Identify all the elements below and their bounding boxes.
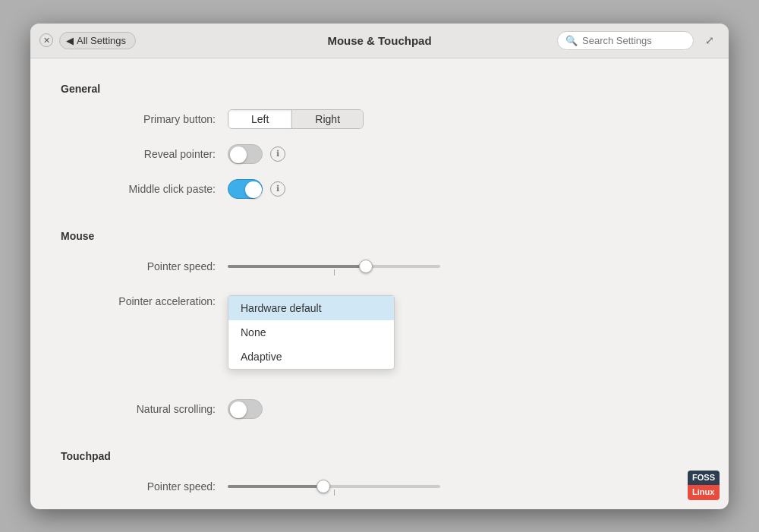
- primary-button-control: Left Right: [228, 109, 698, 129]
- pointer-acceleration-dropdown-menu[interactable]: Hardware default None Adaptive: [228, 295, 395, 370]
- natural-scrolling-toggle[interactable]: [228, 399, 263, 419]
- mouse-speed-tick: [334, 269, 335, 275]
- all-settings-label: All Settings: [77, 35, 126, 46]
- reveal-pointer-label: Reveal pointer:: [61, 148, 228, 160]
- mouse-pointer-speed-control: [228, 265, 698, 268]
- middle-click-paste-label: Middle click paste:: [61, 183, 228, 195]
- touchpad-pointer-speed-control: [228, 485, 698, 488]
- primary-button-group: Left Right: [228, 109, 364, 129]
- touchpad-speed-fill: [228, 485, 323, 488]
- mouse-speed-fill: [228, 265, 366, 268]
- general-section-header: General: [61, 83, 698, 95]
- back-icon: ◀: [66, 35, 74, 46]
- titlebar-left: ✕ ◀ All Settings: [39, 32, 136, 49]
- close-button[interactable]: ✕: [39, 33, 53, 47]
- middle-click-paste-toggle[interactable]: [228, 179, 263, 199]
- middle-click-paste-info-icon[interactable]: ℹ: [270, 181, 285, 197]
- natural-scrolling-row: Natural scrolling:: [61, 397, 698, 421]
- natural-scrolling-control: [228, 399, 698, 419]
- search-box[interactable]: 🔍: [557, 31, 694, 50]
- reveal-pointer-control: ℹ: [228, 144, 698, 164]
- pointer-acceleration-label: Pointer acceleration:: [61, 295, 228, 307]
- mouse-pointer-speed-row: Pointer speed:: [61, 254, 698, 279]
- right-button[interactable]: Right: [292, 110, 363, 128]
- foss-bottom: Linux: [688, 485, 720, 499]
- touchpad-pointer-speed-slider[interactable]: [228, 485, 440, 488]
- middle-click-paste-control: ℹ: [228, 179, 698, 199]
- reveal-pointer-info-icon[interactable]: ℹ: [270, 146, 285, 162]
- reveal-pointer-toggle[interactable]: [228, 144, 263, 164]
- touchpad-speed-tick: [334, 490, 335, 496]
- pointer-acceleration-row: Pointer acceleration: Hardware default N…: [61, 289, 698, 313]
- main-window: ✕ ◀ All Settings Mouse & Touchpad 🔍 ⤢ Ge…: [30, 24, 729, 509]
- mouse-section-header: Mouse: [61, 230, 698, 242]
- accel-option-none[interactable]: None: [228, 320, 394, 345]
- mouse-speed-thumb[interactable]: [359, 260, 373, 273]
- primary-button-row: Primary button: Left Right: [61, 107, 698, 131]
- mouse-pointer-speed-label: Pointer speed:: [61, 260, 228, 272]
- natural-scrolling-thumb: [230, 401, 247, 418]
- touchpad-speed-thumb[interactable]: [317, 480, 330, 493]
- titlebar: ✕ ◀ All Settings Mouse & Touchpad 🔍 ⤢: [30, 24, 729, 58]
- search-input[interactable]: [582, 35, 685, 46]
- foss-top: FOSS: [688, 471, 720, 485]
- reveal-pointer-thumb: [230, 146, 247, 163]
- left-button[interactable]: Left: [228, 110, 292, 128]
- primary-button-label: Primary button:: [61, 113, 228, 125]
- natural-scrolling-label: Natural scrolling:: [61, 403, 228, 415]
- reveal-pointer-row: Reveal pointer: ℹ: [61, 142, 698, 166]
- accel-option-hardware-default[interactable]: Hardware default: [228, 296, 394, 320]
- foss-badge: FOSS Linux: [688, 471, 720, 499]
- settings-content: General Primary button: Left Right Revea…: [30, 58, 729, 509]
- mouse-speed-track: [228, 265, 440, 268]
- expand-button[interactable]: ⤢: [700, 30, 720, 50]
- touchpad-section-header: Touchpad: [61, 450, 698, 462]
- window-title: Mouse & Touchpad: [327, 34, 431, 47]
- mouse-pointer-speed-slider[interactable]: [228, 265, 440, 268]
- touchpad-pointer-speed-row: Pointer speed:: [61, 474, 698, 499]
- touchpad-pointer-speed-label: Pointer speed:: [61, 480, 228, 493]
- titlebar-right: 🔍 ⤢: [557, 30, 720, 50]
- touchpad-speed-track: [228, 485, 440, 488]
- accel-option-adaptive[interactable]: Adaptive: [228, 345, 394, 369]
- all-settings-button[interactable]: ◀ All Settings: [59, 32, 136, 49]
- search-icon: 🔍: [565, 35, 578, 46]
- middle-click-paste-row: Middle click paste: ℹ: [61, 177, 698, 201]
- middle-click-paste-thumb: [245, 181, 262, 198]
